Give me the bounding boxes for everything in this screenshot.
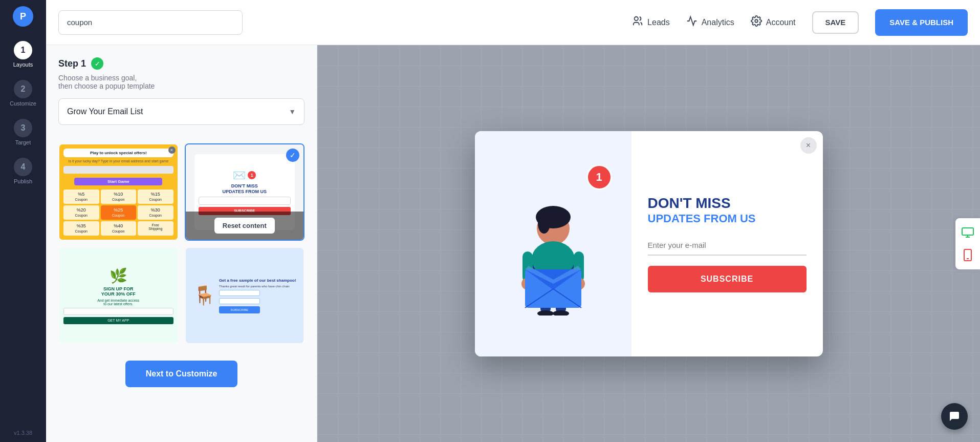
svg-point-14 — [553, 310, 569, 315]
coupon-input — [63, 166, 173, 174]
reset-content-button[interactable]: Reset content — [214, 218, 275, 234]
coupon-subtext: Is it your lucky day? Type in your email… — [68, 159, 168, 163]
search-input[interactable] — [58, 10, 243, 35]
sidebar-item-publish[interactable]: 4 Publish — [3, 154, 43, 188]
nav-leads[interactable]: Leads — [632, 15, 670, 29]
step-circle-2: 2 — [14, 80, 32, 98]
nav-analytics[interactable]: Analytics — [686, 15, 734, 29]
product-template-preview: 🪑 Get a free sample of our best shampoo!… — [186, 248, 304, 343]
version-label: v1.3.38 — [14, 430, 32, 436]
panel-footer: Next to Customize — [46, 352, 317, 395]
signup-template-preview: 🌿 SIGN UP FORYOUR 30% OFF And get immedi… — [59, 248, 178, 343]
template-card-signup[interactable]: 🌿 SIGN UP FORYOUR 30% OFF And get immedi… — [58, 247, 179, 344]
gear-icon — [751, 15, 762, 29]
sidebar-item-label-customize: Customize — [10, 100, 36, 107]
template-product-inner: 🪑 Get a free sample of our best shampoo!… — [186, 248, 304, 343]
step-subtitle-line1: Choose a business goal, then choose a po… — [58, 74, 304, 90]
sidebar-item-layouts[interactable]: 1 Layouts — [3, 37, 43, 72]
signup-template-title: SIGN UP FORYOUR 30% OFF — [101, 286, 136, 297]
coupon-start-btn: Start Game — [74, 178, 162, 185]
signup-subtext: And get immediate accessto our latest of… — [97, 299, 139, 306]
badge-mini: 1 — [248, 171, 256, 179]
sidebar-item-label-layouts: Layouts — [13, 61, 33, 68]
mini-illustration: ✉️ 1 — [233, 169, 256, 181]
product-btn: SUBSCRIBE — [219, 306, 260, 313]
popup-modal: × — [475, 131, 823, 356]
svg-point-5 — [538, 213, 550, 234]
template-card-email[interactable]: ✉️ 1 DON'T MISSUPDATES FROM US SUBSCRIBE… — [185, 143, 305, 241]
product-subtext: Thanks great result for parents who have… — [219, 285, 296, 288]
person-illustration — [502, 172, 604, 315]
coupon-cell-5: %25Coupon — [101, 205, 137, 220]
mobile-view-button[interactable] — [960, 247, 976, 263]
content-row: Step 1 ✓ Choose a business goal, then ch… — [46, 45, 980, 442]
goal-dropdown[interactable]: Grow Your Email List ▼ — [58, 98, 304, 125]
popup-subscribe-button[interactable]: SUBSCRIBE — [648, 266, 807, 292]
template-card-product[interactable]: 🪑 Get a free sample of our best shampoo!… — [185, 247, 305, 344]
popup-illustration: 1 — [502, 172, 604, 315]
coupon-cell-2: %10Coupon — [101, 190, 137, 204]
envelope-mini: ✉️ — [233, 169, 246, 181]
desktop-view-button[interactable] — [960, 224, 976, 241]
template-grid: × Play to unlock special offers! Is it y… — [46, 143, 317, 352]
coupon-cell-8: %40Coupon — [101, 221, 137, 236]
nav-analytics-label: Analytics — [702, 18, 734, 27]
selected-check-icon: ✓ — [286, 149, 299, 162]
save-publish-button[interactable]: SAVE & PUBLISH — [875, 9, 968, 36]
email-template-title: DON'T MISSUPDATES FROM US — [223, 183, 267, 195]
product-title: Get a free sample of our best shampoo! — [219, 278, 296, 283]
preview-area: × — [317, 45, 980, 442]
coupon-template-preview: × Play to unlock special offers! Is it y… — [59, 144, 178, 240]
popup-left-section: 1 — [475, 131, 631, 356]
nav-account-label: Account — [766, 18, 796, 27]
stool-icon: 🪑 — [193, 285, 216, 306]
panel-inner: Step 1 ✓ Choose a business goal, then ch… — [46, 45, 317, 143]
sidebar-item-target[interactable]: 3 Target — [3, 115, 43, 150]
popup-right-section: DON'T MISS UPDATES FROM US SUBSCRIBE — [631, 131, 823, 356]
svg-point-1 — [755, 19, 758, 23]
popup-title-block: DON'T MISS UPDATES FROM US — [648, 195, 807, 225]
popup-title: DON'T MISS — [648, 195, 807, 212]
coupon-cell-7: %35Coupon — [63, 221, 99, 236]
product-email-input — [219, 290, 260, 296]
leaf-icon: 🌿 — [110, 267, 127, 284]
coupon-cell-6: %30Coupon — [138, 205, 173, 220]
envelope-container: 1 — [502, 172, 604, 315]
template-signup-inner: 🌿 SIGN UP FORYOUR 30% OFF And get immedi… — [59, 248, 178, 343]
sidebar: P 1 Layouts 2 Customize 3 Target 4 Publi… — [0, 0, 46, 442]
coupon-header: Play to unlock special offers! — [63, 149, 173, 157]
app-logo[interactable]: P — [13, 6, 33, 27]
step-circle-4: 4 — [14, 158, 32, 176]
nav-account[interactable]: Account — [751, 15, 796, 29]
coupon-cell-9: FreeShipping — [138, 221, 173, 236]
signup-btn: GET MY APP — [63, 317, 173, 324]
popup-close-button[interactable]: × — [800, 137, 817, 154]
nav-leads-label: Leads — [647, 18, 670, 27]
coupon-cell-4: %20Coupon — [63, 205, 99, 220]
signup-input — [63, 308, 173, 315]
chevron-down-icon: ▼ — [289, 108, 296, 116]
popup-subtitle: UPDATES FROM US — [648, 212, 807, 225]
chat-bubble-button[interactable] — [941, 403, 968, 430]
coupon-cell-1: %5Coupon — [63, 190, 99, 204]
svg-rect-20 — [962, 228, 973, 235]
sidebar-item-customize[interactable]: 2 Customize — [3, 76, 43, 111]
save-button[interactable]: SAVE — [812, 11, 859, 34]
coupon-grid: %5Coupon %10Coupon %15Coupon %20Coupon %… — [63, 190, 173, 236]
svg-point-0 — [635, 17, 638, 20]
left-panel: Step 1 ✓ Choose a business goal, then ch… — [46, 45, 317, 442]
step-header: Step 1 ✓ — [58, 57, 304, 70]
template-card-coupon[interactable]: × Play to unlock special offers! Is it y… — [58, 143, 179, 241]
analytics-icon — [686, 15, 698, 29]
template-coupon-inner: × Play to unlock special offers! Is it y… — [59, 144, 178, 240]
reset-overlay: Reset content — [186, 212, 304, 240]
sidebar-item-label-target: Target — [15, 139, 31, 145]
coupon-close-icon: × — [168, 146, 176, 154]
header-nav: Leads Analytics Account — [632, 9, 968, 36]
popup-email-input[interactable] — [648, 236, 807, 256]
product-text: Get a free sample of our best shampoo! T… — [219, 278, 296, 313]
sidebar-item-label-publish: Publish — [14, 178, 32, 184]
step-circle-1: 1 — [14, 41, 32, 59]
product-name-input — [219, 298, 260, 304]
next-customize-button[interactable]: Next to Customize — [125, 361, 238, 387]
